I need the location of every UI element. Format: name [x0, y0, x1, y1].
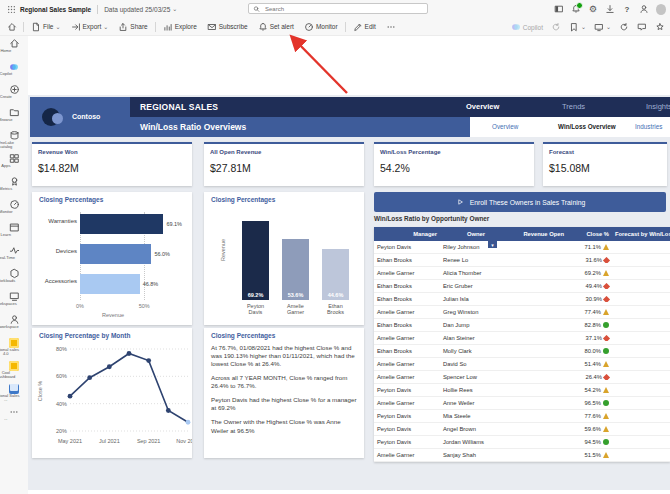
subtab-winloss-overview[interactable]: Win/Loss Overview	[558, 123, 616, 130]
toolbar-bookmark[interactable]: ⌄	[568, 18, 587, 36]
rail-item-workspaces[interactable]: Workspaces	[0, 291, 28, 311]
closing-percentage-by-month-chart[interactable]: Closing Percentage by Month Close % 20%4…	[32, 328, 192, 458]
rail-item-home[interactable]: Home	[0, 38, 28, 58]
rail-item-cool-dashboard[interactable]: Cool dashboard	[0, 360, 28, 380]
bar-devices[interactable]	[80, 244, 151, 264]
status-up-icon	[603, 400, 609, 406]
table-row[interactable]: Ethan BrooksJulian Isla$1,853,801.0030.9…	[374, 293, 670, 306]
table-row[interactable]: Amelie GarnerSpencer Low$1,263,951.0026.…	[374, 371, 670, 384]
table-row[interactable]: Peyton DavisJordan Williams$956,772.0094…	[374, 436, 670, 449]
rail-item-regional-sales-4-0[interactable]: Regional sales 4.0	[0, 337, 28, 357]
closing-percentages-bar-chart[interactable]: Closing Percentages WarrantiesDevicesAcc…	[32, 192, 192, 325]
kpi-card-win-loss-percentage[interactable]: Win/Loss Percentage54.2%	[374, 142, 534, 186]
logo-circle-light	[52, 113, 63, 124]
toolbar-copilot[interactable]: Copilot	[510, 18, 544, 36]
gear-icon[interactable]: ⚙	[588, 4, 598, 14]
rail-item-metrics[interactable]: Metrics	[0, 176, 28, 196]
table-row[interactable]: Peyton DavisHollie Rees$1,256,671.0054.2…	[374, 384, 670, 397]
status-down-icon	[603, 374, 610, 380]
toolbar-display[interactable]: ⌄	[593, 18, 612, 36]
feedback-icon[interactable]	[639, 4, 649, 14]
waffle-icon[interactable]	[6, 4, 16, 14]
rail-item-apps[interactable]: Apps	[0, 153, 28, 173]
table-row[interactable]: Amelie GarnerSanjay Shah$866,599.0051.5%…	[374, 449, 670, 462]
closing-percentages-column-chart[interactable]: Closing Percentages Revenue 69.2%53.6%44…	[204, 192, 364, 325]
search-box[interactable]	[248, 3, 428, 14]
sort-filter-icon[interactable]: ▾	[488, 241, 497, 248]
download-icon[interactable]	[605, 4, 615, 14]
table-row[interactable]: Amelie GarnerAnne Weiler$1,088,716.0096.…	[374, 397, 670, 410]
subtab-industries[interactable]: Industries	[635, 123, 662, 130]
table-row[interactable]: Ethan BrooksEric Gruber$1,907,183.0049.4…	[374, 280, 670, 293]
tab-overview[interactable]: Overview	[466, 102, 499, 111]
menu-item-more[interactable]	[381, 18, 401, 36]
kpi-card-all-open-revenue[interactable]: All Open Revenue$27.81M	[204, 142, 364, 186]
bar-warranties[interactable]	[80, 214, 163, 234]
status-up-icon	[603, 439, 609, 445]
column-amelie-garner[interactable]: 53.6%	[282, 239, 309, 300]
table-header[interactable]: ManagerOwnerRevenue OpenClose %Forecast …	[374, 227, 670, 241]
bell-icon[interactable]	[571, 4, 581, 14]
person-icon	[9, 314, 20, 325]
home-icon	[9, 38, 20, 49]
search-input[interactable]	[263, 5, 407, 13]
kpi-card-revenue-won[interactable]: Revenue Won$14.82M	[32, 142, 192, 186]
menu-item-explore[interactable]: Explore	[158, 18, 202, 36]
toolbar-reset[interactable]	[550, 18, 562, 36]
bar-accessories[interactable]	[80, 274, 140, 294]
explore-icon	[163, 22, 173, 32]
tab-insights[interactable]: Insights	[646, 102, 670, 111]
rail-item-onelake-catalog[interactable]: OneLake catalog	[0, 130, 28, 150]
table-row[interactable]: Amelie GarnerDavid So$1,271,107.0051.4%$…	[374, 358, 670, 371]
table-row[interactable]: Amelie GarnerGreg Winston$1,819,382.0077…	[374, 306, 670, 319]
rail-item-learn[interactable]: Learn	[0, 222, 28, 242]
category-label: PeytonDavis	[242, 303, 269, 316]
rail-item-more[interactable]: ...	[0, 406, 28, 426]
column-ethan-brooks[interactable]: 44.6%	[322, 249, 349, 300]
question-icon[interactable]: ?	[622, 4, 632, 14]
table-row[interactable]: Peyton DavisAngel Brown$959,172.0059.6%$…	[374, 423, 670, 436]
insight-paragraph: The Owner with the Highest Close % was A…	[211, 418, 358, 434]
tab-trends[interactable]: Trends	[562, 102, 585, 111]
monitor-icon	[304, 22, 314, 32]
rail-item-my-workspace[interactable]: My workspace	[0, 314, 28, 334]
menu-item-share[interactable]: Share	[113, 18, 152, 36]
rail-item-monitor[interactable]: Monitor	[0, 199, 28, 219]
kpi-card-forecast[interactable]: Forecast$15.08M	[543, 142, 667, 186]
menu-item-edit[interactable]: Edit	[348, 18, 381, 36]
table-row[interactable]: Ethan BrooksMolly Clark$1,361,452.0080.0…	[374, 345, 670, 358]
rail-item-copilot[interactable]: Copilot	[0, 61, 28, 81]
table-row[interactable]: Peyton DavisRiley Johnson$3,202,646.0071…	[374, 241, 670, 254]
rail-item-create[interactable]: Create	[0, 84, 28, 104]
avatar-icon[interactable]	[656, 4, 666, 14]
rail-item-workloads[interactable]: Workloads	[0, 268, 28, 288]
data-updated[interactable]: Data updated 25/03/25⌄	[104, 6, 177, 13]
table-row[interactable]: Ethan BrooksDan Jump$1,777,000.0082.8%$1…	[374, 319, 670, 332]
file-icon	[31, 22, 41, 32]
rail-item-browse[interactable]: Browse	[0, 107, 28, 127]
toolbar-star[interactable]	[654, 18, 666, 36]
menu-item-monitor[interactable]: Monitor	[299, 18, 343, 36]
table-row[interactable]: Ethan BrooksRenee Lo$2,098,228.0031.6%$6…	[374, 254, 670, 267]
menu-item-set-alert[interactable]: Set alert	[253, 18, 299, 36]
menu-item-subscribe[interactable]: Subscribe	[202, 18, 253, 36]
workspaces-icon	[9, 291, 20, 302]
toolbar-refresh[interactable]	[618, 18, 630, 36]
rail-item-real-time[interactable]: Real-Time	[0, 245, 28, 265]
enroll-sales-training-button[interactable]: Enroll These Owners in Sales Training	[374, 192, 666, 212]
subtab-overview[interactable]: Overview	[492, 123, 518, 130]
menu-item-export[interactable]: Export⌄	[66, 18, 114, 36]
table-row[interactable]: Peyton DavisMia Steele$993,331.0077.6%$7…	[374, 410, 670, 423]
column-peyton-davis[interactable]: 69.2%	[242, 221, 269, 300]
status-mid-icon	[603, 387, 609, 393]
svg-text:60%: 60%	[56, 373, 67, 379]
home-icon[interactable]	[7, 22, 17, 32]
panel-icon[interactable]	[554, 4, 564, 14]
menu-item-file[interactable]: File⌄	[26, 18, 66, 36]
svg-text:Jul 2021: Jul 2021	[99, 438, 120, 444]
table-row[interactable]: Amelie GarnerAlicia Thomber$1,948,477.00…	[374, 267, 670, 280]
toolbar-comment[interactable]	[636, 18, 648, 36]
table-row[interactable]: Amelie GarnerAlan Steiner$1,697,927.0037…	[374, 332, 670, 345]
rail-item-regional-sales[interactable]: Regional Sales ...	[0, 383, 28, 403]
winloss-table[interactable]: ManagerOwnerRevenue OpenClose %Forecast …	[374, 227, 670, 462]
